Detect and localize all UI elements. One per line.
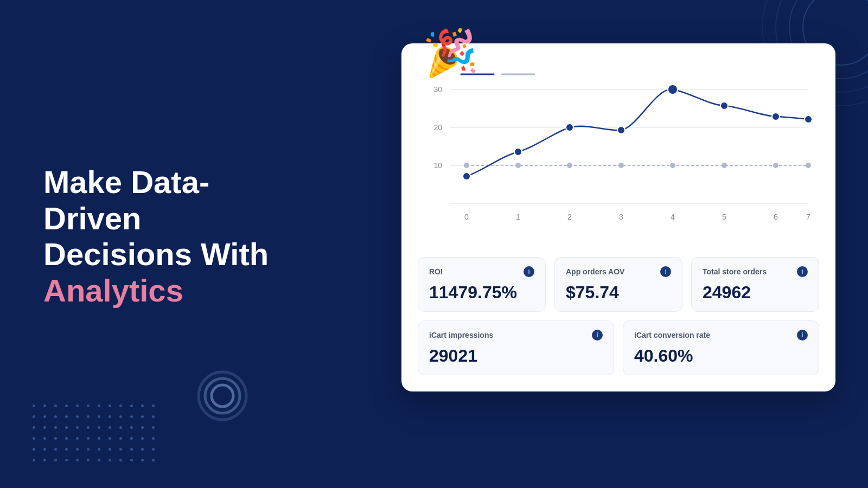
- roi-value: 11479.75%: [429, 282, 534, 303]
- svg-text:6: 6: [774, 213, 778, 221]
- bg-dot: [54, 437, 57, 440]
- bg-dot: [87, 448, 90, 451]
- svg-point-33: [463, 172, 470, 180]
- svg-point-39: [772, 113, 780, 120]
- hero-title-line2: Decisions With: [43, 237, 269, 272]
- bg-dot: [33, 404, 35, 407]
- bg-dot: [152, 426, 155, 429]
- bg-dot: [130, 415, 133, 418]
- bg-dot: [87, 404, 90, 407]
- bg-dot: [43, 448, 46, 451]
- bg-dot: [87, 415, 90, 418]
- bg-dot: [119, 459, 122, 461]
- bg-dot: [141, 404, 144, 407]
- aov-value: $75.74: [566, 282, 671, 303]
- bg-dot: [76, 437, 79, 440]
- bg-dot-grid: // Dots will be generated by JS below: [33, 404, 159, 466]
- svg-point-31: [773, 163, 778, 168]
- dashboard-card: 30 20 10 0 1 2 3 4 5 6 7: [401, 43, 835, 391]
- bg-dot: [98, 448, 100, 451]
- bg-dot: [65, 404, 68, 407]
- bg-dot: [98, 404, 100, 407]
- bg-dot: [152, 415, 155, 418]
- hero-title: Make Data-Driven Decisions With Analytic…: [43, 164, 293, 309]
- metric-card-impressions: iCart impressions i 29021: [418, 320, 614, 375]
- svg-point-29: [670, 163, 675, 168]
- svg-point-25: [464, 163, 469, 168]
- bg-dot: [87, 426, 90, 429]
- hero-section: Make Data-Driven Decisions With Analytic…: [43, 164, 293, 309]
- bg-dot: [152, 459, 155, 461]
- svg-point-28: [618, 163, 624, 168]
- bg-dot: [43, 459, 46, 461]
- svg-text:2: 2: [567, 213, 572, 221]
- svg-point-26: [515, 163, 521, 168]
- bg-dot: [98, 459, 100, 461]
- svg-text:20: 20: [433, 123, 442, 132]
- bg-dot: [119, 404, 122, 407]
- svg-point-30: [722, 163, 727, 168]
- conversion-info-icon[interactable]: i: [797, 330, 808, 341]
- svg-text:4: 4: [671, 213, 675, 221]
- bg-dot: [119, 426, 122, 429]
- bg-dot: [76, 426, 79, 429]
- bg-dot: [141, 459, 144, 461]
- bg-dot: [108, 415, 111, 418]
- bg-dot: [65, 415, 68, 418]
- bg-dot: [54, 415, 57, 418]
- bg-dot: [54, 404, 57, 407]
- bg-dot: [119, 437, 122, 440]
- dashboard-wrapper: 🎉 30 20 10 0 1 2 3 4 5 6: [401, 43, 835, 391]
- bg-dot: [98, 415, 100, 418]
- bg-dot: [130, 437, 133, 440]
- svg-text:0: 0: [464, 213, 469, 221]
- bg-dot: [54, 426, 57, 429]
- bg-dot: [33, 426, 35, 429]
- impressions-label: iCart impressions: [429, 331, 493, 339]
- bg-dot: [33, 459, 35, 461]
- bg-dot: [54, 459, 57, 461]
- bg-dot: [108, 426, 111, 429]
- bg-dot: [33, 448, 35, 451]
- metrics-row2: iCart impressions i 29021 iCart conversi…: [418, 320, 819, 375]
- bg-dot: [43, 404, 46, 407]
- roi-info-icon[interactable]: i: [524, 266, 534, 277]
- bg-dot: [130, 404, 133, 407]
- svg-text:30: 30: [433, 85, 442, 94]
- bg-dot: [54, 448, 57, 451]
- conversion-label: iCart conversion rate: [634, 331, 710, 339]
- bg-dot: [33, 415, 35, 418]
- svg-point-35: [566, 124, 573, 131]
- bg-dot: [152, 404, 155, 407]
- bg-dot: [87, 437, 90, 440]
- ring-decoration: [195, 369, 250, 423]
- bg-dot: [141, 437, 144, 440]
- total-orders-info-icon[interactable]: i: [797, 266, 808, 277]
- impressions-info-icon[interactable]: i: [592, 330, 603, 341]
- hero-title-line1: Make Data-Driven: [43, 164, 209, 236]
- bg-dot: [141, 448, 144, 451]
- bg-dot: [65, 437, 68, 440]
- chart-area: 30 20 10 0 1 2 3 4 5 6 7: [418, 60, 819, 244]
- svg-point-34: [514, 148, 522, 156]
- confetti-emoji: 🎉: [421, 25, 480, 80]
- bg-dot: [152, 448, 155, 451]
- svg-point-37: [668, 85, 678, 94]
- svg-point-38: [720, 102, 728, 110]
- total-orders-value: 24962: [703, 282, 808, 303]
- aov-info-icon[interactable]: i: [660, 266, 671, 277]
- svg-point-32: [806, 163, 811, 168]
- bg-dot: [130, 426, 133, 429]
- impressions-value: 29021: [429, 346, 603, 366]
- metrics-row1: ROI i 11479.75% App orders AOV i $75.74 …: [418, 257, 819, 312]
- bg-dot: [65, 426, 68, 429]
- hero-title-highlight: Analytics: [43, 273, 183, 308]
- bg-dot: [130, 448, 133, 451]
- metric-card-total-orders: Total store orders i 24962: [691, 257, 819, 312]
- metric-card-conversion: iCart conversion rate i 40.60%: [623, 320, 819, 375]
- svg-text:3: 3: [619, 213, 623, 221]
- bg-dot: [130, 459, 133, 461]
- svg-text:7: 7: [806, 213, 810, 221]
- bg-dot: [33, 437, 35, 440]
- line-chart: 30 20 10 0 1 2 3 4 5 6 7: [418, 60, 819, 244]
